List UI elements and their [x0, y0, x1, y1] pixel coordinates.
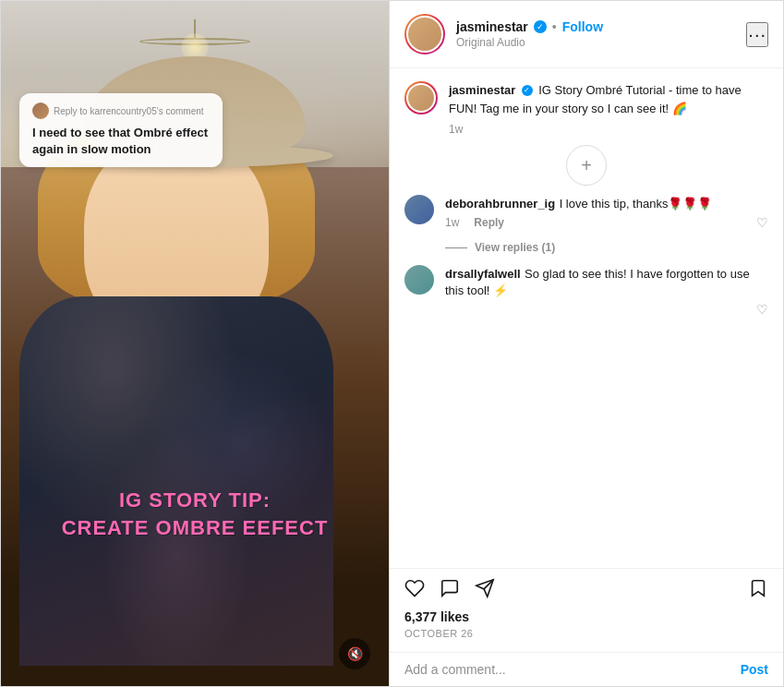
comment-like-deborah[interactable]: ♡ [756, 215, 768, 230]
bookmark-button[interactable] [748, 578, 768, 602]
comment-text-deborah: I love this tip, thanks🌹🌹🌹 [560, 197, 713, 211]
mute-icon[interactable]: 🔇 [339, 638, 370, 669]
post-body: jasminestar ✓ IG Story Ombré Tutorial - … [390, 68, 783, 568]
caption-username[interactable]: jasminestar [449, 83, 515, 97]
mute-symbol: 🔇 [347, 646, 363, 661]
view-replies-deborah[interactable]: View replies (1) [445, 241, 768, 254]
comment-button[interactable] [440, 578, 460, 602]
post-panel: jasminestar ✓ • Follow Original Audio ··… [389, 1, 783, 686]
comment-bubble: Reply to karrencountry05's comment I nee… [19, 93, 223, 167]
caption-text-block: jasminestar ✓ IG Story Ombré Tutorial - … [449, 81, 768, 136]
bubble-avatar [32, 102, 49, 119]
post-date: OCTOBER 26 [404, 628, 768, 639]
post-header: jasminestar ✓ • Follow Original Audio ··… [390, 1, 783, 68]
plus-icon: + [581, 155, 592, 176]
header-avatar [406, 16, 443, 53]
comment-text-block-sally: drsallyfalwell So glad to see this! I ha… [445, 265, 768, 317]
comment-username-deborah[interactable]: deborahbrunner_ig [445, 197, 555, 211]
video-panel: Reply to karrencountry05's comment I nee… [1, 1, 389, 687]
header-info: jasminestar ✓ • Follow Original Audio [456, 19, 746, 49]
comment-username-sally[interactable]: drsallyfalwell [445, 267, 521, 281]
caption-row: jasminestar ✓ IG Story Ombré Tutorial - … [404, 81, 768, 136]
comment-reply-deborah[interactable]: Reply [474, 216, 504, 229]
follow-button[interactable]: Follow [562, 19, 603, 34]
tip-line1: IG STORY TIP: [19, 488, 370, 512]
bubble-header: Reply to karrencountry05's comment [32, 102, 210, 119]
comment-time-deborah: 1w [445, 216, 459, 229]
actions-bar: 6,377 likes OCTOBER 26 [390, 568, 783, 652]
comment-avatar-sally [404, 265, 434, 295]
share-button[interactable] [475, 578, 495, 602]
dot-separator: • [552, 19, 557, 34]
header-username[interactable]: jasminestar [456, 19, 528, 34]
like-button[interactable] [404, 578, 425, 602]
view-replies-line [445, 247, 467, 248]
caption-avatar-ring [404, 81, 438, 114]
translate-button[interactable]: + [566, 145, 607, 186]
add-comment-row: Post [390, 652, 783, 686]
more-options-button[interactable]: ··· [746, 22, 768, 47]
bubble-text: I need to see that Ombré effect again in… [32, 125, 210, 158]
action-icons [404, 578, 768, 602]
header-name-row: jasminestar ✓ • Follow [456, 19, 746, 34]
header-verified-badge: ✓ [534, 20, 547, 33]
tip-line2: CREATE OMBRE EEFECT [19, 516, 370, 540]
audio-label: Original Audio [456, 36, 746, 49]
comment-meta-deborah: 1w Reply ♡ [445, 215, 768, 230]
video-overlay-tip: IG STORY TIP: CREATE OMBRE EEFECT [1, 488, 389, 540]
caption-time: 1w [449, 123, 768, 136]
post-comment-button[interactable]: Post [741, 662, 768, 677]
comment-row-sally: drsallyfalwell So glad to see this! I ha… [404, 265, 768, 317]
header-avatar-ring [404, 14, 445, 54]
add-comment-input[interactable] [404, 662, 741, 677]
likes-count: 6,377 likes [404, 609, 768, 624]
bubble-header-text: Reply to karrencountry05's comment [54, 106, 204, 116]
caption-avatar [406, 83, 436, 113]
comment-avatar-deborah [404, 195, 434, 224]
caption-verified-badge: ✓ [522, 85, 533, 96]
dress-pattern [19, 296, 333, 666]
comment-meta-sally: ♡ [445, 302, 768, 317]
comment-like-sally[interactable]: ♡ [756, 302, 768, 317]
view-replies-label: View replies (1) [475, 241, 555, 254]
comment-row: deborahbrunner_ig I love this tip, thank… [404, 195, 768, 230]
comment-text-block-deborah: deborahbrunner_ig I love this tip, thank… [445, 195, 768, 230]
